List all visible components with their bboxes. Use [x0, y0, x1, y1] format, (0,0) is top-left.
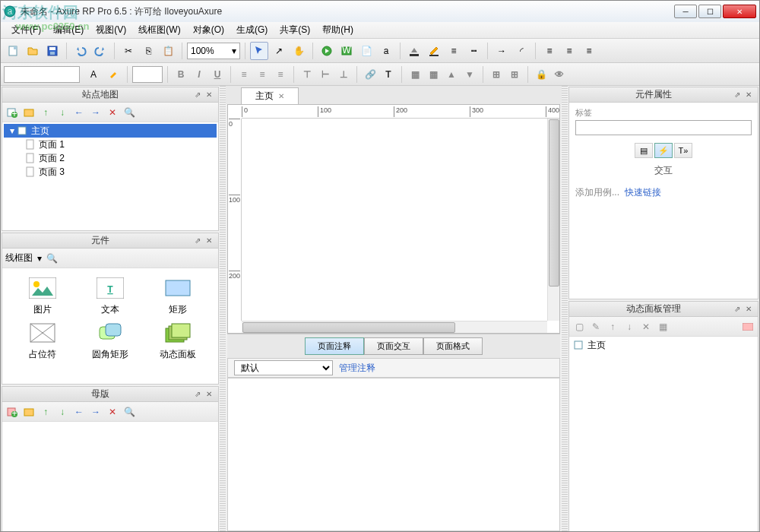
close-button[interactable]: ✕	[723, 5, 756, 18]
align-button[interactable]: ⊞	[488, 66, 505, 83]
front-button[interactable]: ▲	[443, 66, 460, 83]
canvas-tab[interactable]: 主页 ✕	[241, 87, 299, 104]
widget-rectangle[interactable]: 矩形	[147, 277, 209, 316]
close-panel-icon[interactable]: ✕	[204, 390, 214, 399]
label-field-input[interactable]	[575, 120, 752, 135]
ungroup-button[interactable]: ▦	[425, 66, 442, 83]
text-color-button[interactable]: T	[380, 66, 397, 83]
open-button[interactable]	[24, 42, 42, 60]
align-center-icon[interactable]: ≡	[560, 42, 578, 60]
redo-button[interactable]	[91, 42, 109, 60]
notes-default-select[interactable]: 默认	[234, 360, 333, 375]
dp-up-button[interactable]: ↑	[606, 320, 619, 334]
tab-page-notes[interactable]: 页面注释	[305, 337, 364, 355]
master-down-button[interactable]: ↓	[55, 405, 69, 419]
align-left-icon[interactable]: ≡	[540, 42, 559, 60]
menu-view[interactable]: 视图(V)	[90, 22, 132, 38]
pin-icon[interactable]: ⇗	[733, 90, 742, 100]
delete-page-button[interactable]: ✕	[106, 106, 119, 119]
clear-format-button[interactable]	[104, 65, 122, 84]
group-button[interactable]: ▦	[407, 66, 423, 83]
close-panel-icon[interactable]: ✕	[204, 236, 214, 245]
dp-delete-button[interactable]: ✕	[639, 320, 653, 334]
add-master-button[interactable]: +	[5, 405, 19, 419]
widget-rounded-rect[interactable]: 圆角矩形	[79, 322, 141, 361]
pin-icon[interactable]: ⇗	[193, 236, 202, 245]
right-splitter[interactable]	[562, 86, 568, 532]
dp-tree-root[interactable]: 主页	[571, 338, 756, 352]
spec-button[interactable]: 📄	[357, 42, 375, 60]
lock-button[interactable]: 🔒	[533, 66, 549, 83]
master-right-button[interactable]: →	[89, 405, 103, 419]
menu-file[interactable]: 文件(F)	[5, 22, 47, 38]
back-button[interactable]: ▼	[461, 66, 478, 83]
tree-page[interactable]: 页面 2	[4, 151, 217, 165]
line-width-button[interactable]: ≡	[445, 42, 463, 60]
add-folder-button[interactable]	[22, 106, 36, 119]
zoom-select[interactable]: 100%▾	[187, 43, 240, 59]
add-page-button[interactable]: +	[5, 106, 19, 119]
tree-page[interactable]: 页面 3	[4, 165, 217, 179]
search-button[interactable]: 🔍	[122, 106, 136, 119]
manage-notes-link[interactable]: 管理注释	[339, 362, 375, 375]
close-panel-icon[interactable]: ✕	[744, 305, 753, 314]
move-left-button[interactable]: ←	[72, 106, 86, 119]
dp-search-button[interactable]	[741, 320, 755, 334]
master-left-button[interactable]: ←	[72, 405, 86, 419]
scrollbar-horizontal[interactable]	[242, 321, 547, 333]
dp-hide-button[interactable]: ▦	[656, 320, 670, 334]
preview-button[interactable]	[318, 42, 336, 60]
menu-edit[interactable]: 编辑(E)	[47, 22, 90, 38]
menu-generate[interactable]: 生成(G)	[230, 22, 274, 38]
move-right-button[interactable]: →	[89, 106, 103, 119]
new-button[interactable]	[4, 42, 22, 60]
distribute-button[interactable]: ⊞	[506, 66, 523, 83]
scrollbar-vertical[interactable]	[547, 119, 559, 321]
move-down-button[interactable]: ↓	[55, 106, 69, 119]
master-search-button[interactable]: 🔍	[122, 405, 136, 419]
move-up-button[interactable]: ↑	[39, 106, 52, 119]
pin-icon[interactable]: ⇗	[193, 390, 202, 399]
generate-button[interactable]: W	[337, 42, 356, 60]
valign-bottom-button[interactable]: ⊥	[335, 66, 352, 83]
dp-add-button[interactable]: ▢	[572, 320, 586, 334]
widget-text[interactable]: T文本	[79, 277, 141, 316]
master-delete-button[interactable]: ✕	[106, 405, 119, 419]
tree-root[interactable]: ▾ 主页	[4, 124, 217, 138]
valign-top-button[interactable]: ⊤	[299, 66, 315, 83]
minimize-button[interactable]: ─	[674, 5, 697, 18]
left-splitter[interactable]	[220, 86, 226, 532]
font-size-select[interactable]	[132, 66, 163, 83]
text-align-right-button[interactable]: ≡	[272, 66, 289, 83]
tab-page-interactions[interactable]: 页面交互	[364, 337, 423, 355]
corner-button[interactable]: ◜	[512, 42, 530, 60]
dp-down-button[interactable]: ↓	[622, 320, 636, 334]
widget-search-button[interactable]: 🔍	[45, 252, 59, 265]
line-style-button[interactable]: ┅	[464, 42, 483, 60]
prop-tab-format[interactable]: T»	[674, 143, 692, 158]
connector-button[interactable]: ↗	[270, 42, 288, 60]
align-right-icon[interactable]: ≡	[580, 42, 598, 60]
widget-dynamic-panel[interactable]: 动态面板	[147, 322, 209, 361]
canvas-body[interactable]	[242, 119, 547, 321]
menu-wireframe[interactable]: 线框图(W)	[132, 22, 186, 38]
pin-icon[interactable]: ⇗	[193, 90, 202, 100]
italic-button[interactable]: I	[191, 66, 207, 83]
menu-object[interactable]: 对象(O)	[187, 22, 230, 38]
pan-button[interactable]: ✋	[290, 42, 308, 60]
save-button[interactable]	[43, 42, 62, 60]
maximize-button[interactable]: ☐	[698, 5, 721, 18]
highlight-button[interactable]: A	[84, 65, 103, 84]
share-button[interactable]: a	[377, 42, 395, 60]
master-up-button[interactable]: ↑	[39, 405, 52, 419]
quick-link[interactable]: 快速链接	[625, 187, 661, 198]
undo-button[interactable]	[71, 42, 90, 60]
canvas-area[interactable]: 0 100 200 300 400 0 100 200 300	[227, 104, 560, 334]
hide-button[interactable]: 👁	[551, 66, 568, 83]
menu-help[interactable]: 帮助(H)	[316, 22, 359, 38]
copy-button[interactable]: ⎘	[139, 42, 157, 60]
fill-color-button[interactable]	[405, 42, 423, 60]
underline-button[interactable]: U	[209, 66, 226, 83]
prop-tab-notes[interactable]: ▤	[635, 143, 653, 158]
prop-tab-interactions[interactable]: ⚡	[654, 143, 673, 158]
